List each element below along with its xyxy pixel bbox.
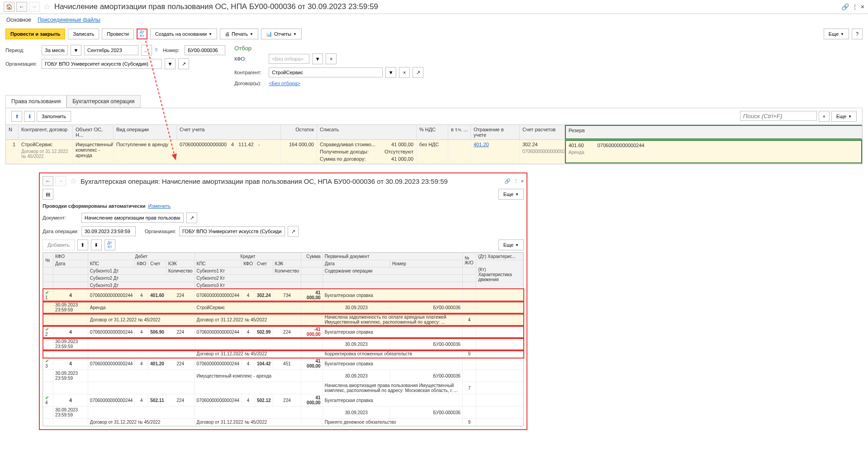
col-n[interactable]: N [6, 125, 19, 139]
kontr-label: Контрагент: [234, 70, 266, 75]
child-doc-input[interactable] [81, 213, 184, 223]
tab-accop[interactable]: Бухгалтерская операция [66, 95, 140, 108]
posting-row[interactable]: ✔ 2 4 070600000000002444506.90224 070600… [43, 326, 523, 338]
add-button[interactable]: Добавить [43, 239, 75, 250]
child-forward-button[interactable]: → [55, 176, 66, 186]
kontr-input[interactable] [269, 67, 383, 77]
org-input[interactable] [42, 59, 162, 69]
col-otraz[interactable]: Отражение в учете [471, 125, 520, 139]
home-button[interactable]: 🏠 [4, 2, 14, 12]
create-based-button[interactable]: Создать на основании ▼ [150, 29, 217, 39]
child-link-icon[interactable]: 🔗 [504, 178, 511, 184]
move-up-button[interactable]: ⬆ [11, 111, 22, 122]
child-doc-label: Документ: [43, 215, 79, 220]
top-nav: 🏠 ← → ☆ Начисление амортизации прав поль… [0, 0, 868, 14]
kfo-input[interactable] [269, 54, 309, 64]
close-icon[interactable]: × [861, 3, 864, 10]
subtab-files[interactable]: Присоединенные файлы [38, 17, 100, 23]
search-clear[interactable]: × [819, 111, 830, 122]
change-link[interactable]: Изменить [148, 203, 171, 209]
period-type-input[interactable] [42, 45, 68, 55]
subtab-main[interactable]: Основное [6, 17, 31, 23]
child-up[interactable]: ⬆ [77, 239, 88, 250]
child-grid: № КФО Дебет Кредит Сумма Первичный докум… [43, 252, 524, 426]
doc-toolbar: ⬆ ⬇ Заполнить × Еще ▼ [5, 108, 863, 125]
child-back-button[interactable]: ← [43, 176, 53, 186]
kfo-dd[interactable]: ▼ [312, 53, 323, 64]
number-input[interactable] [185, 45, 225, 55]
child-doc-open[interactable]: ↗ [186, 212, 197, 223]
col-vid[interactable]: Вид операции [114, 125, 177, 139]
link-icon[interactable]: 🔗 [841, 3, 849, 10]
child-title: Бухгалтерская операция: Начисление аморт… [81, 177, 448, 185]
col-raschet[interactable]: Счет расчетов [520, 125, 565, 139]
kfo-label: КФО: [234, 56, 266, 62]
main-grid: N Контрагент, договор Объект ОС, Н... Ви… [5, 125, 863, 164]
col-kontr[interactable]: Контрагент, договор [19, 125, 73, 139]
back-button[interactable]: ← [16, 2, 27, 12]
col-ost[interactable]: Остаток [281, 125, 317, 139]
org-dd[interactable]: ▼ [165, 58, 175, 69]
otraz-link[interactable]: 401.20 [474, 142, 489, 147]
child-dtk-mini[interactable]: ДтКт [104, 239, 115, 250]
kontr-open[interactable]: ↗ [413, 67, 423, 78]
move-down-button[interactable]: ⬇ [24, 111, 35, 122]
col-obj[interactable]: Объект ОС, Н... [73, 125, 114, 139]
child-more-icon[interactable]: ⋮ [513, 178, 518, 184]
period-type-dd[interactable]: ▼ [71, 45, 81, 56]
save-button[interactable]: Записать [68, 29, 99, 39]
child-org-open[interactable]: ↗ [288, 226, 299, 237]
child-more2[interactable]: Еще ▼ [498, 239, 524, 250]
tab-rights[interactable]: Права пользования [5, 95, 66, 108]
reports-button[interactable]: 📊 Отчеты ▼ [261, 29, 302, 39]
col-spisat[interactable]: Списать [317, 125, 417, 139]
doc-more-button[interactable]: Еще ▼ [831, 111, 857, 122]
submit-close-button[interactable]: Провести и закрыть [5, 29, 65, 39]
child-more-button[interactable]: Еще ▼ [498, 189, 524, 200]
dogov-link[interactable]: <Без отбора> [269, 81, 300, 86]
main-toolbar: Провести и закрыть Записать Провести ДтК… [0, 26, 868, 42]
help-button[interactable]: ? [852, 29, 863, 39]
page-title: Начисление амортизации прав пользования … [54, 2, 378, 11]
period-help[interactable]: ? [155, 48, 157, 53]
col-vtch[interactable]: в т.ч. ... [448, 125, 471, 139]
more-button[interactable]: Еще ▼ [824, 29, 849, 39]
posting-row[interactable]: ✔ 3 4 070600000000002444401.20224 070600… [43, 358, 523, 370]
printer-icon: 🖨 [225, 31, 230, 37]
report-icon: 📊 [266, 31, 272, 37]
fill-button[interactable]: Заполнить [37, 111, 71, 122]
submit-button[interactable]: Провести [102, 29, 134, 39]
kontr-dd[interactable]: ▼ [385, 67, 396, 78]
more-icon[interactable]: ⋮ [852, 3, 858, 10]
kontr-clear[interactable]: × [399, 67, 410, 78]
child-close-icon[interactable]: × [521, 178, 524, 184]
posting-row[interactable]: ✔ 4 4 070600000000002444502.11224 070600… [43, 394, 523, 407]
org-label: Организация: [5, 61, 39, 67]
period-label: Период: [5, 48, 39, 53]
subtabs-bar: Основное Присоединенные файлы [0, 14, 868, 26]
posting-row[interactable]: ✔ 1 4 070600000000002444401.60224 070600… [43, 289, 523, 301]
forward-button[interactable]: → [29, 2, 40, 12]
dogov-label: Договор(ы): [234, 81, 266, 86]
col-nds[interactable]: % НДС [417, 125, 448, 139]
kfo-clear[interactable]: × [326, 53, 337, 64]
child-date-input[interactable] [81, 226, 136, 236]
star-icon[interactable]: ☆ [43, 2, 51, 12]
child-down[interactable]: ⬇ [91, 239, 102, 250]
search-input[interactable] [740, 111, 817, 121]
filter-title: Отбор [234, 45, 863, 52]
period-picker[interactable]: … [141, 45, 152, 56]
org-open[interactable]: ↗ [178, 58, 189, 69]
dtk-button[interactable]: ДтКт [137, 29, 147, 39]
number-label: Номер: [163, 48, 182, 53]
print-button[interactable]: 🖨 Печать ▼ [220, 29, 258, 39]
chevron-down-icon: ▼ [209, 32, 212, 36]
col-rezerv[interactable]: Резерв [565, 125, 862, 139]
child-dtk-view[interactable]: ▤ [43, 189, 53, 200]
child-star-icon[interactable]: ☆ [70, 176, 77, 186]
child-window: ← → ☆ Бухгалтерская операция: Начисление… [39, 172, 527, 430]
col-schet[interactable]: Счет учета [177, 125, 281, 139]
period-value-input[interactable] [84, 45, 138, 55]
child-org-input[interactable] [179, 226, 285, 236]
table-row[interactable]: 1 СтройСервис Договор от 31.12.2022 № 45… [6, 140, 862, 164]
